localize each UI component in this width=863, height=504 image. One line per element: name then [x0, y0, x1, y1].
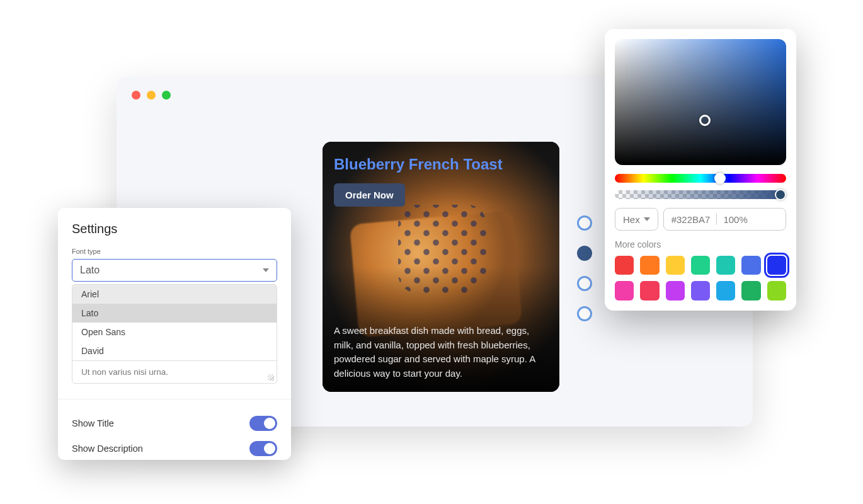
show-title-toggle[interactable]	[249, 416, 277, 431]
alpha-slider[interactable]	[615, 190, 786, 199]
hex-value: #322BA7	[672, 214, 711, 225]
color-input-row: Hex #322BA7 100%	[615, 208, 786, 231]
slide-dot-3[interactable]	[577, 276, 592, 291]
alpha-handle[interactable]	[775, 189, 786, 200]
settings-title: Settings	[72, 222, 277, 236]
slide-indicator-nav	[577, 215, 592, 321]
description-textarea[interactable]: Ut non varius nisi urna.	[72, 360, 277, 383]
saturation-value-area[interactable]	[615, 39, 786, 165]
opacity-value: 100%	[723, 214, 747, 225]
font-type-selected-value: Lato	[80, 265, 100, 276]
swatch-blue[interactable]	[741, 256, 760, 275]
separator	[716, 214, 717, 225]
swatch-violet[interactable]	[691, 281, 710, 300]
font-option-lato[interactable]: Lato	[72, 304, 277, 323]
font-option-ariel[interactable]: Ariel	[72, 285, 277, 304]
resize-handle-icon[interactable]	[268, 374, 274, 381]
more-colors-label: More colors	[615, 239, 786, 249]
font-type-select[interactable]: Lato	[72, 259, 277, 282]
swatch-orange[interactable]	[640, 256, 659, 275]
show-description-label: Show Description	[72, 444, 143, 454]
recipe-description: A sweet breakfast dish made with bread, …	[334, 324, 548, 381]
swatch-grid	[615, 256, 786, 301]
color-picker-panel: Hex #322BA7 100% More colors	[605, 29, 796, 311]
swatch-yellow[interactable]	[666, 256, 685, 275]
close-window-button[interactable]	[132, 91, 140, 100]
swatch-green[interactable]	[691, 256, 710, 275]
textarea-value: Ut non varius nisi urna.	[81, 367, 168, 377]
window-controls	[132, 91, 171, 100]
maximize-window-button[interactable]	[162, 91, 171, 100]
show-title-row: Show Title	[72, 411, 277, 436]
slide-dot-1[interactable]	[577, 215, 592, 231]
swatch-red[interactable]	[615, 256, 634, 275]
hue-slider[interactable]	[615, 174, 786, 183]
chevron-down-icon	[263, 268, 269, 272]
font-option-david[interactable]: David	[72, 341, 277, 360]
color-cursor[interactable]	[699, 115, 711, 126]
order-now-button[interactable]: Order Now	[334, 183, 405, 207]
recipe-card: Blueberry French Toast Order Now A sweet…	[323, 142, 559, 392]
font-type-label: Font type	[72, 248, 277, 255]
color-format-select[interactable]: Hex	[615, 208, 658, 231]
font-option-opensans[interactable]: Open Sans	[72, 323, 277, 341]
slide-dot-4[interactable]	[577, 306, 592, 321]
font-type-dropdown: Ariel Lato Open Sans David Ut non varius…	[72, 284, 277, 384]
hex-input[interactable]: #322BA7 100%	[663, 208, 786, 231]
settings-panel: Settings Font type Lato Ariel Lato Open …	[58, 208, 291, 460]
swatch-teal[interactable]	[716, 256, 735, 275]
recipe-title: Blueberry French Toast	[334, 156, 503, 173]
hue-handle[interactable]	[714, 173, 726, 184]
swatch-magenta[interactable]	[615, 281, 634, 300]
show-description-toggle[interactable]	[249, 441, 277, 456]
swatch-pink[interactable]	[640, 281, 659, 300]
swatch-purple[interactable]	[666, 281, 685, 300]
slide-dot-2[interactable]	[577, 246, 592, 261]
swatch-royalblue[interactable]	[767, 256, 786, 275]
swatch-skyblue[interactable]	[716, 281, 735, 300]
swatch-lime[interactable]	[767, 281, 786, 300]
swatch-emerald[interactable]	[741, 281, 760, 300]
show-description-row: Show Description	[72, 436, 277, 461]
show-title-label: Show Title	[72, 418, 114, 428]
divider	[58, 399, 291, 399]
color-format-value: Hex	[623, 214, 640, 225]
chevron-down-icon	[644, 217, 650, 221]
minimize-window-button[interactable]	[147, 91, 156, 100]
